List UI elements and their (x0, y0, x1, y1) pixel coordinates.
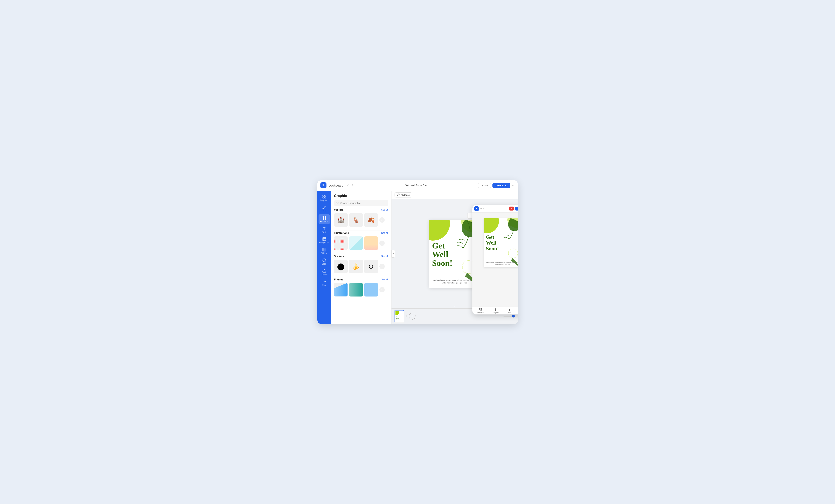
card-body: Your body is your greatest asset. When y… (432, 279, 477, 284)
frames-title: Frames (334, 278, 344, 281)
svg-rect-4 (323, 237, 326, 240)
sidebar-item-templates[interactable]: Templates (319, 193, 330, 203)
mobile-nav-templates[interactable]: Templates (476, 308, 484, 314)
stickers-more-arrow[interactable]: › (380, 264, 385, 269)
sidebar-label-tables: Tables (321, 252, 327, 254)
mobile-overlay: T ↺ ↻ ♛ Download ··· (472, 205, 518, 314)
svg-rect-23 (479, 310, 480, 311)
svg-text:Get: Get (396, 316, 399, 318)
frames-more-arrow[interactable]: › (380, 287, 385, 292)
frames-see-all[interactable]: See all (381, 278, 388, 281)
vector-item-leaf[interactable]: 🍂 (364, 213, 378, 227)
mobile-nav-text[interactable]: Text (508, 308, 511, 314)
illustration-item-dots[interactable] (334, 236, 348, 250)
animate-button[interactable]: Animate (394, 192, 412, 197)
mobile-design-card[interactable]: Get Well Soon! Your body is your greates… (484, 218, 518, 267)
mobile-nav-label-graphics: Graphics (493, 312, 500, 314)
canvas-collapse-chevron[interactable]: ⌄ (453, 304, 456, 307)
frame-item-1[interactable] (334, 283, 348, 296)
header-history-actions: ↺ ↻ (347, 183, 355, 188)
mobile-card-content: Get Well Soon! Your body is your greates… (484, 218, 518, 267)
svg-point-20 (508, 249, 518, 258)
vector-item-castle[interactable]: 🏰 (334, 213, 348, 227)
svg-rect-22 (481, 309, 482, 309)
stickers-see-all[interactable]: See all (381, 255, 388, 257)
panel-title: Graphic (331, 191, 391, 200)
mobile-undo-button[interactable]: ↺ (480, 207, 482, 210)
animate-label: Animate (401, 193, 410, 196)
svg-rect-24 (481, 310, 482, 311)
more-options-button[interactable]: ··· (512, 184, 514, 187)
mobile-redo-button[interactable]: ↻ (483, 207, 485, 210)
frame-item-3[interactable] (364, 283, 378, 296)
card-expand-button[interactable]: + (467, 213, 473, 219)
svg-rect-3 (324, 197, 326, 198)
sidebar-item-text[interactable]: Text (319, 225, 330, 235)
svg-rect-5 (323, 248, 326, 251)
download-button[interactable]: Download (492, 183, 510, 188)
mobile-card-body: Your body is your greatest asset. When y… (486, 262, 518, 265)
mobile-download-button[interactable]: Download (515, 207, 517, 211)
mobile-canvas: Get Well Soon! Your body is your greates… (472, 213, 518, 306)
svg-point-9 (324, 281, 325, 282)
vectors-see-all[interactable]: See all (381, 208, 388, 211)
sticker-item-wheel[interactable]: ⊙ (364, 260, 378, 273)
animate-icon (397, 193, 400, 196)
illustrations-see-all[interactable]: See all (381, 232, 388, 234)
mobile-leaf (501, 218, 518, 239)
doc-title: Get Well Soon Card (358, 184, 476, 187)
zoom-bar (504, 316, 515, 317)
peach-thumb (364, 236, 378, 250)
illustrations-items: › (334, 236, 388, 250)
sidebar-label-graphics: Graphics (320, 220, 328, 223)
frame-wave1-thumb (334, 283, 348, 296)
svg-rect-21 (479, 309, 480, 309)
app-title: Dashboard (329, 184, 344, 187)
search-bar (334, 200, 388, 206)
share-button[interactable]: Share (478, 183, 491, 188)
frames-items: › (334, 283, 388, 296)
wave-thumb (349, 236, 363, 250)
stickers-items: ⬤ 🍌 ⊙ › (334, 260, 388, 273)
undo-button[interactable]: ↺ (347, 183, 350, 188)
frames-section: Frames See all › (331, 278, 391, 299)
redo-button[interactable]: ↻ (351, 183, 355, 188)
sidebar-item-graphics[interactable]: Graphics (319, 214, 330, 224)
illustrations-section: Illustrations See all › (331, 231, 391, 253)
vectors-items: 🏰 🦌 🍂 › (334, 213, 388, 227)
zoom-thumb[interactable] (512, 315, 515, 317)
stickers-title: Stickers (334, 255, 344, 258)
sidebar-item-fill[interactable]: Fill (319, 204, 330, 213)
illustrations-more-arrow[interactable]: › (380, 240, 385, 246)
sidebar-item-background[interactable]: Background (319, 235, 330, 245)
mobile-nav-label-text: Text (508, 312, 511, 314)
sticker-item-banana[interactable]: 🍌 (349, 260, 363, 273)
divider-2 (334, 254, 388, 254)
sidebar-item-tables[interactable]: Tables (319, 246, 330, 256)
vector-item-deer[interactable]: 🦌 (349, 213, 363, 227)
main-area: Templates Fill Graphics Text (318, 191, 518, 324)
mobile-premium-button[interactable]: ♛ (509, 207, 514, 211)
frame-item-2[interactable] (349, 283, 363, 296)
card-title: Get Well Soon! (432, 241, 452, 268)
mobile-nav-graphics[interactable]: Graphics (493, 308, 500, 314)
svg-point-17 (484, 218, 499, 233)
collapse-panel-button[interactable]: ‹ (391, 250, 395, 257)
crown-icon: ♛ (510, 207, 512, 210)
frame-wave2-thumb (349, 283, 363, 296)
page-1-thumb[interactable]: Get Well Soon! (394, 310, 404, 322)
sidebar-item-more[interactable]: More (319, 278, 330, 288)
sticker-item-mickey[interactable]: ⬤ (334, 260, 348, 273)
sidebar-item-logo[interactable]: Logo (319, 257, 330, 267)
vectors-more-arrow[interactable]: › (380, 217, 385, 223)
header: T Dashboard ↺ ↻ Get Well Soon Card Share… (318, 180, 518, 191)
canvas-wrapper: ‹ + ⧉ (391, 199, 518, 309)
frame-wave3-thumb (364, 283, 378, 296)
illustration-item-wave[interactable] (349, 236, 363, 250)
add-page-button[interactable]: + (409, 313, 415, 319)
search-input[interactable] (341, 202, 386, 205)
sidebar-label-logo: Logo (322, 263, 326, 265)
header-right-actions: Share Download ··· (478, 183, 515, 188)
illustration-item-peach[interactable] (364, 236, 378, 250)
sidebar-item-uploads[interactable]: Uploads (319, 267, 330, 277)
